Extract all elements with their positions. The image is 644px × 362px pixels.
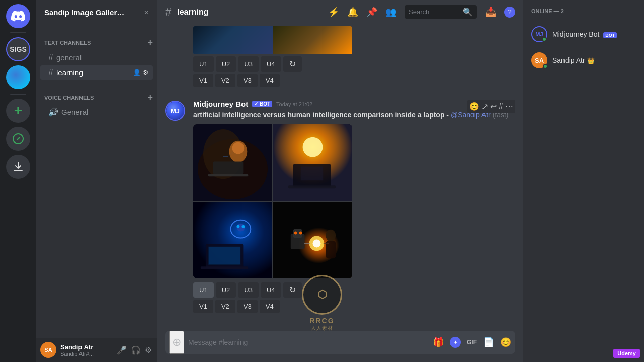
partial-image bbox=[193, 26, 352, 54]
mute-button[interactable]: 🎤 bbox=[116, 344, 128, 356]
search-bar[interactable]: 🔍 bbox=[405, 5, 477, 19]
scroll-space bbox=[157, 317, 523, 331]
top-v4-button[interactable]: V4 bbox=[260, 74, 280, 87]
top-u2-button[interactable]: U2 bbox=[216, 56, 236, 72]
search-input[interactable] bbox=[409, 8, 460, 16]
more-icon[interactable]: ⋯ bbox=[505, 102, 513, 111]
u2-button[interactable]: U2 bbox=[216, 282, 236, 298]
sticker-icon[interactable]: 📄 bbox=[483, 337, 494, 348]
v1-button[interactable]: V1 bbox=[193, 300, 213, 313]
image-cell-1[interactable] bbox=[193, 124, 272, 201]
member-item-sandip[interactable]: SA Sandip Atr 👑 bbox=[531, 50, 636, 70]
server-header[interactable]: Sandip Image Gallery Se... ✕ bbox=[36, 0, 157, 25]
reply-icon[interactable]: ↩ bbox=[490, 102, 497, 111]
member-item-midjourney[interactable]: MJ Midjourney Bot BOT bbox=[531, 24, 636, 44]
server-list: SIGS + bbox=[0, 0, 36, 362]
user-area: SA Sandip Atr Sandip Atr#... 🎤 🎧 ⚙ bbox=[36, 338, 157, 362]
message-prompt: artificial intelligence versus human int… bbox=[193, 111, 449, 119]
top-u3-button[interactable]: U3 bbox=[238, 56, 259, 72]
top-u4-button[interactable]: U4 bbox=[261, 56, 281, 72]
gift-icon[interactable]: ✦ bbox=[450, 337, 461, 348]
user-settings-button[interactable]: ⚙ bbox=[144, 344, 153, 356]
u3-button[interactable]: U3 bbox=[238, 282, 259, 298]
buttons-row-2: V1 V2 V3 V4 bbox=[193, 300, 352, 313]
threads-icon[interactable]: ⚡ bbox=[328, 7, 339, 18]
channel-header: # learning ⚡ 🔔 📌 👥 🔍 📥 ? bbox=[157, 0, 523, 24]
voice-channels-label: VOICE CHANNELS bbox=[44, 95, 94, 101]
v3-button[interactable]: V3 bbox=[237, 300, 258, 313]
image-cell-4[interactable] bbox=[273, 202, 352, 278]
top-v3-button[interactable]: V3 bbox=[237, 74, 258, 87]
u1-button[interactable]: U1 bbox=[193, 282, 214, 298]
svg-point-28 bbox=[326, 229, 336, 241]
bot-badge: ✓ BOT bbox=[252, 101, 272, 107]
svg-point-35 bbox=[313, 239, 321, 247]
server-icon-sigs[interactable]: SIGS bbox=[6, 37, 30, 61]
search-icon: 🔍 bbox=[463, 7, 473, 17]
svg-rect-8 bbox=[208, 174, 248, 176]
emoji-icon[interactable]: 😊 bbox=[500, 337, 511, 348]
top-buttons-row2: V1 V2 V3 V4 bbox=[193, 74, 352, 87]
image-cell-2[interactable] bbox=[273, 124, 352, 201]
svg-rect-23 bbox=[201, 266, 248, 269]
v4-button[interactable]: V4 bbox=[260, 300, 280, 313]
svg-point-20 bbox=[236, 225, 239, 228]
pin-icon[interactable]: 📌 bbox=[366, 7, 377, 18]
discord-home-button[interactable] bbox=[6, 4, 30, 28]
image-cell-3[interactable] bbox=[193, 202, 272, 278]
voice-channels-header[interactable]: VOICE CHANNELS + bbox=[36, 84, 157, 105]
text-channels-header[interactable]: TEXT CHANNELS + bbox=[36, 29, 157, 50]
channel-item-voice-general[interactable]: 🔊 General bbox=[40, 105, 153, 119]
user-controls: 🎤 🎧 ⚙ bbox=[116, 344, 153, 356]
channel-item-general[interactable]: # general bbox=[40, 50, 153, 65]
image-grid[interactable] bbox=[193, 124, 352, 278]
channel-title: learning bbox=[177, 8, 208, 17]
v2-button[interactable]: V2 bbox=[215, 300, 235, 313]
channel-item-learning[interactable]: # learning 👤 ⚙ bbox=[40, 65, 153, 80]
add-text-channel-button[interactable]: + bbox=[147, 37, 153, 48]
channel-item-icons: 👤 ⚙ bbox=[133, 69, 149, 76]
top-v2-button[interactable]: V2 bbox=[215, 74, 235, 87]
hash-icon: # bbox=[48, 52, 53, 63]
help-icon[interactable]: ? bbox=[504, 7, 515, 18]
svg-point-33 bbox=[299, 231, 302, 234]
apps-icon[interactable]: # bbox=[499, 102, 503, 111]
top-v1-button[interactable]: V1 bbox=[193, 74, 213, 87]
open-icon[interactable]: ↗ bbox=[481, 102, 488, 111]
top-u1-button[interactable]: U1 bbox=[193, 56, 214, 72]
attach-button[interactable]: ⊕ bbox=[169, 331, 184, 354]
members-icon: 👤 bbox=[133, 69, 141, 76]
gif-button[interactable]: GIF bbox=[467, 339, 477, 346]
explore-button[interactable] bbox=[6, 127, 30, 151]
deafen-button[interactable]: 🎧 bbox=[130, 344, 142, 356]
refresh-button[interactable]: ↻ bbox=[283, 282, 302, 298]
server-icon-2[interactable] bbox=[6, 65, 30, 89]
settings-icon: ⚙ bbox=[143, 69, 149, 76]
messages-area: U1 U2 U3 U4 ↻ V1 V2 V3 V4 😊 ↗ ↩ bbox=[157, 24, 523, 331]
svg-point-32 bbox=[294, 231, 297, 234]
midjourney-avatar: MJ bbox=[165, 101, 185, 121]
top-refresh-button[interactable]: ↻ bbox=[283, 56, 302, 72]
member-info-sandip: Sandip Atr 👑 bbox=[552, 56, 636, 65]
react-icon[interactable]: 😊 bbox=[469, 102, 479, 111]
notifications-icon[interactable]: 🔔 bbox=[347, 7, 358, 18]
nitro-gift-icon[interactable]: 🎁 bbox=[433, 337, 444, 348]
u4-button[interactable]: U4 bbox=[261, 282, 281, 298]
members-icon[interactable]: 👥 bbox=[385, 7, 396, 18]
member-info-midjourney: Midjourney Bot BOT bbox=[552, 30, 636, 39]
user-status: Sandip Atr#... bbox=[60, 351, 112, 357]
add-server-button[interactable]: + bbox=[6, 99, 30, 123]
channel-hash-icon: # bbox=[165, 6, 171, 19]
sandip-status-dot bbox=[543, 64, 548, 69]
channel-sidebar: Sandip Image Gallery Se... ✕ TEXT CHANNE… bbox=[36, 0, 157, 362]
add-voice-channel-button[interactable]: + bbox=[147, 92, 153, 103]
member-name-sandip: Sandip Atr 👑 bbox=[552, 56, 595, 64]
message-input-container: ⊕ 🎁 ✦ GIF 📄 😊 bbox=[165, 331, 515, 354]
inbox-icon[interactable]: 📥 bbox=[485, 7, 496, 18]
download-button[interactable] bbox=[6, 155, 30, 179]
message-input[interactable] bbox=[188, 333, 429, 352]
message-content: Midjourney Bot ✓ BOT Today at 21:02 arti… bbox=[193, 100, 515, 315]
svg-rect-15 bbox=[301, 166, 324, 180]
svg-point-12 bbox=[303, 137, 323, 157]
svg-point-5 bbox=[232, 142, 245, 154]
